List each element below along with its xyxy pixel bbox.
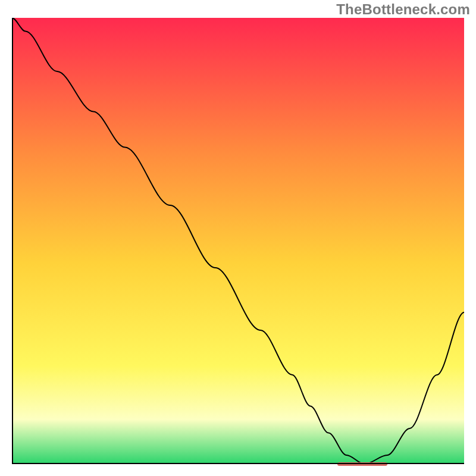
- y-axis: [12, 18, 13, 464]
- watermark-text: TheBottleneck.com: [336, 1, 470, 18]
- chart-frame: TheBottleneck.com: [0, 0, 476, 476]
- plot-area: [12, 18, 464, 464]
- x-axis: [12, 463, 464, 464]
- bottleneck-curve: [12, 18, 464, 464]
